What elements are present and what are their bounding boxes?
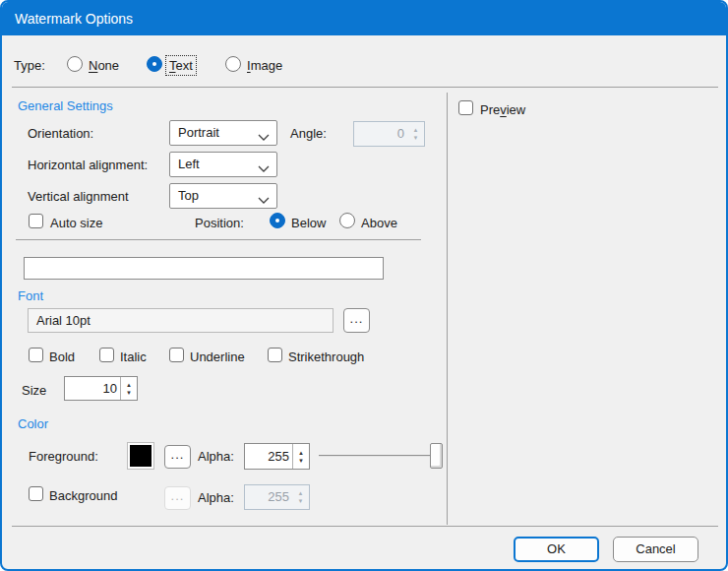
- type-radio-none[interactable]: [67, 56, 83, 72]
- background-alpha-value: 255: [245, 485, 289, 509]
- foreground-alpha-label: Alpha:: [198, 448, 234, 465]
- preview-text-pre: Pre: [480, 102, 500, 117]
- foreground-label: Foreground:: [29, 448, 98, 465]
- orientation-value: Portrait: [178, 121, 219, 145]
- type-radio-image-label[interactable]: Image: [247, 57, 282, 74]
- panel-divider: [447, 93, 448, 525]
- spinner-buttons[interactable]: ▲▼: [292, 444, 309, 469]
- dialog-title: Watermark Options: [15, 2, 133, 35]
- position-radio-below[interactable]: [270, 213, 285, 228]
- angle-label: Angle:: [290, 125, 327, 142]
- vertical-alignment-value: Top: [178, 184, 199, 208]
- type-none-mnemonic: N: [89, 58, 97, 73]
- position-above-label[interactable]: Above: [361, 215, 397, 231]
- horizontal-alignment-label: Horizontal alignment:: [28, 157, 148, 173]
- type-radio-image[interactable]: [225, 56, 241, 72]
- chevron-down-icon: [258, 130, 270, 138]
- underline-label[interactable]: Underline: [190, 349, 245, 365]
- italic-checkbox[interactable]: [99, 348, 114, 362]
- type-image-text: mage: [251, 58, 283, 73]
- horizontal-alignment-value: Left: [178, 153, 200, 176]
- strikethrough-label[interactable]: Strikethrough: [288, 349, 364, 365]
- bold-checkbox[interactable]: [29, 348, 43, 362]
- font-browse-button[interactable]: ...: [343, 308, 370, 333]
- type-radio-text[interactable]: [147, 56, 162, 72]
- vertical-alignment-select[interactable]: Top: [169, 183, 277, 209]
- spinner-up-icon[interactable]: ▲: [298, 450, 304, 456]
- foreground-alpha-slider[interactable]: [317, 442, 443, 470]
- position-label: Position:: [195, 215, 244, 231]
- watermark-options-dialog: Watermark Options Type: None Text Image …: [0, 0, 728, 571]
- position-below-label[interactable]: Below: [291, 215, 326, 231]
- vertical-alignment-label: Vertical alignment: [28, 188, 129, 205]
- foreground-color-swatch[interactable]: [128, 443, 153, 469]
- angle-value: 0: [354, 122, 404, 146]
- chevron-down-icon: [258, 161, 270, 169]
- angle-spinner: 0 ▲▼: [353, 121, 425, 147]
- spinner-up-icon: ▲: [298, 490, 304, 496]
- type-none-text: one: [97, 58, 119, 73]
- horizontal-alignment-select[interactable]: Left: [169, 152, 277, 177]
- type-radio-none-label[interactable]: None: [89, 57, 119, 74]
- spinner-down-icon[interactable]: ▼: [126, 390, 132, 396]
- preview-label[interactable]: Preview: [480, 101, 525, 118]
- foreground-color-browse-button[interactable]: ...: [164, 445, 191, 469]
- size-value: 10: [65, 377, 117, 400]
- font-header: Font: [18, 288, 43, 303]
- position-radio-above[interactable]: [339, 213, 355, 228]
- cancel-button[interactable]: Cancel: [613, 537, 698, 562]
- font-name-value: Arial 10pt: [36, 313, 91, 328]
- bold-label[interactable]: Bold: [49, 349, 75, 365]
- spinner-up-icon: ▲: [413, 127, 419, 133]
- spinner-up-icon[interactable]: ▲: [126, 382, 132, 388]
- title-bar[interactable]: Watermark Options: [2, 2, 726, 35]
- underline-checkbox[interactable]: [169, 348, 184, 362]
- type-text-text: ext: [176, 58, 193, 73]
- preview-checkbox[interactable]: [458, 100, 473, 115]
- foreground-alpha-spinner[interactable]: 255 ▲▼: [244, 443, 310, 470]
- size-spinner[interactable]: 10 ▲▼: [64, 376, 138, 401]
- type-label: Type:: [14, 57, 45, 74]
- size-label: Size: [22, 382, 46, 399]
- slider-track[interactable]: [319, 455, 435, 457]
- type-radio-text-label[interactable]: Text: [167, 57, 195, 74]
- type-separator: [12, 87, 718, 88]
- general-separator: [16, 239, 421, 240]
- slider-thumb[interactable]: [430, 443, 443, 469]
- auto-size-checkbox[interactable]: [29, 214, 43, 228]
- spinner-buttons[interactable]: ▲▼: [120, 377, 137, 400]
- background-checkbox[interactable]: [29, 486, 43, 501]
- color-header: Color: [18, 416, 48, 431]
- spinner-buttons: ▲▼: [292, 485, 309, 509]
- strikethrough-checkbox[interactable]: [268, 348, 282, 362]
- orientation-select[interactable]: Portrait: [169, 120, 277, 146]
- auto-size-label[interactable]: Auto size: [50, 215, 102, 231]
- ok-button[interactable]: OK: [514, 537, 599, 562]
- watermark-text-input[interactable]: [24, 257, 384, 280]
- italic-label[interactable]: Italic: [120, 349, 147, 365]
- spinner-down-icon: ▼: [413, 135, 419, 141]
- font-name-field: Arial 10pt: [28, 308, 334, 333]
- spinner-down-icon[interactable]: ▼: [298, 458, 304, 464]
- spinner-buttons: ▲▼: [407, 122, 424, 146]
- general-settings-header: General Settings: [18, 98, 113, 113]
- foreground-alpha-value: 255: [245, 444, 289, 469]
- background-alpha-spinner: 255 ▲▼: [244, 484, 310, 510]
- spinner-down-icon: ▼: [298, 498, 304, 504]
- background-label[interactable]: Background: [49, 487, 117, 504]
- orientation-label: Orientation:: [28, 125, 93, 142]
- background-alpha-label: Alpha:: [198, 489, 234, 506]
- preview-text-post: iew: [507, 102, 526, 117]
- chevron-down-icon: [258, 193, 270, 201]
- background-color-browse-button: ...: [164, 486, 191, 510]
- footer-separator: [12, 526, 718, 527]
